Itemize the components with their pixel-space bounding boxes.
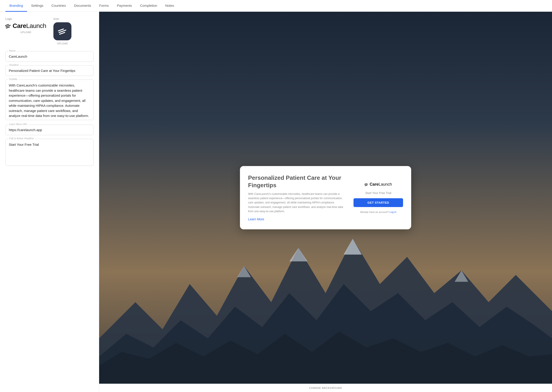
right-panel: Personalized Patient Care at Your Finger…: [99, 12, 552, 392]
cta-headline-textarea[interactable]: Start Your Free Trial: [5, 139, 93, 166]
headline-input[interactable]: [5, 65, 93, 76]
learn-more-url-field-group: Learn More URL: [5, 125, 93, 135]
learn-more-url-input[interactable]: [5, 125, 93, 135]
svg-marker-5: [237, 266, 251, 277]
nav-notes[interactable]: Notes: [161, 0, 178, 12]
nav-payments[interactable]: Payments: [113, 0, 136, 12]
subtitle-textarea[interactable]: With CareLaunch's customizable microsite…: [5, 79, 93, 120]
preview-card: Personalized Patient Care at Your Finger…: [240, 166, 411, 229]
preview-account-text: Already have an account? Log In: [360, 211, 397, 213]
icon-square: [53, 22, 71, 40]
icon-label: Icon: [53, 17, 59, 21]
nav-documents[interactable]: Documents: [70, 0, 95, 12]
headline-label: Headline: [8, 63, 20, 66]
headline-field-group: Headline: [5, 65, 93, 76]
preview-card-right: CareLaunch Start Your Free Trial GET STA…: [354, 174, 403, 221]
icon-stripes: [58, 28, 67, 35]
cta-headline-field-group: Call to Action Headline Start Your Free …: [5, 139, 93, 167]
preview-background: Personalized Patient Care at Your Finger…: [99, 12, 552, 384]
name-label: Name: [8, 49, 16, 52]
nav-branding[interactable]: Branding: [5, 0, 27, 12]
nav-forms[interactable]: Forms: [95, 0, 113, 12]
name-input[interactable]: [5, 51, 93, 62]
subtitle-field-group: Subtitle With CareLaunch's customizable …: [5, 79, 93, 121]
navigation: Branding Settings Countries Documents Fo…: [0, 0, 552, 12]
upload-row: Logo CareLaunch UPLOAD Icon: [5, 17, 93, 45]
nav-settings[interactable]: Settings: [27, 0, 47, 12]
preview-subtitle: With CareLaunch's customizable microsite…: [248, 192, 344, 214]
logo-label: Logo: [5, 17, 12, 21]
logo-display: CareLaunch: [5, 22, 46, 29]
left-panel: Logo CareLaunch UPLOAD Icon: [0, 12, 99, 392]
svg-marker-3: [289, 248, 307, 261]
nav-completion[interactable]: Completion: [136, 0, 161, 12]
change-background-button[interactable]: CHANGE BACKGROUND: [99, 384, 552, 392]
logo-upload-col: Logo CareLaunch UPLOAD: [5, 17, 46, 45]
svg-marker-4: [344, 239, 362, 255]
preview-logo-text: CareLaunch: [370, 182, 392, 187]
subtitle-label: Subtitle: [8, 78, 18, 80]
cta-headline-label: Call to Action Headline: [8, 137, 35, 140]
preview-learn-more-link[interactable]: Learn More: [248, 217, 264, 221]
preview-get-started-button[interactable]: GET STARTED: [354, 198, 403, 207]
icon-upload-col: Icon UPLOAD: [53, 17, 71, 45]
preview-logo: CareLaunch: [364, 182, 392, 187]
preview-card-left: Personalized Patient Care at Your Finger…: [248, 174, 344, 221]
name-field-group: Name: [5, 51, 93, 62]
main-layout: Logo CareLaunch UPLOAD Icon: [0, 12, 552, 392]
logo-text: CareLaunch: [13, 22, 46, 29]
preview-headline: Personalized Patient Care at Your Finger…: [248, 174, 344, 189]
learn-more-url-label: Learn More URL: [8, 123, 28, 126]
logo-upload-button[interactable]: UPLOAD: [20, 31, 31, 34]
logo-area: CareLaunch UPLOAD: [5, 22, 46, 34]
preview-cta-label: Start Your Free Trial: [365, 191, 391, 195]
nav-countries[interactable]: Countries: [47, 0, 70, 12]
preview-logo-stripes-icon: [364, 183, 368, 186]
icon-upload-button[interactable]: UPLOAD: [57, 42, 68, 45]
logo-stripes-icon: [5, 23, 11, 28]
preview-login-link[interactable]: Log In: [390, 211, 397, 213]
mountains-decoration: [99, 216, 552, 384]
